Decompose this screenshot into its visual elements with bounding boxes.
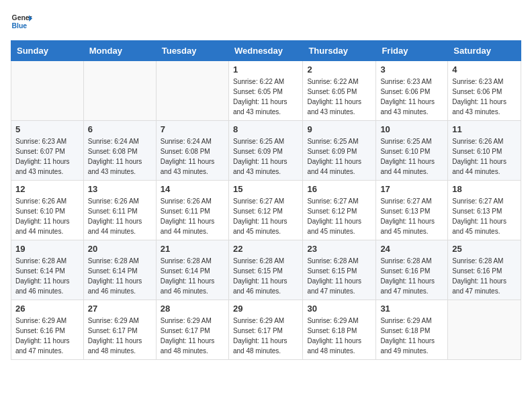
day-info: Sunrise: 6:22 AMSunset: 6:05 PMDaylight:… bbox=[307, 77, 371, 117]
day-number: 23 bbox=[307, 244, 371, 254]
calendar-cell: 14Sunrise: 6:26 AMSunset: 6:11 PMDayligh… bbox=[156, 181, 228, 240]
day-info: Sunrise: 6:27 AMSunset: 6:12 PMDaylight:… bbox=[233, 196, 298, 236]
day-number: 21 bbox=[161, 244, 224, 254]
day-info: Sunrise: 6:24 AMSunset: 6:08 PMDaylight:… bbox=[88, 136, 152, 177]
calendar-week-row: 1Sunrise: 6:22 AMSunset: 6:05 PMDaylight… bbox=[11, 61, 521, 121]
calendar-cell bbox=[83, 61, 156, 121]
header: General Blue bbox=[11, 11, 521, 32]
weekday-header-row: SundayMondayTuesdayWednesdayThursdayFrid… bbox=[11, 41, 521, 61]
day-info: Sunrise: 6:28 AMSunset: 6:15 PMDaylight:… bbox=[233, 256, 298, 296]
day-number: 12 bbox=[15, 184, 79, 194]
day-info: Sunrise: 6:27 AMSunset: 6:13 PMDaylight:… bbox=[380, 196, 443, 236]
day-number: 29 bbox=[233, 304, 298, 314]
day-number: 20 bbox=[88, 244, 152, 254]
day-info: Sunrise: 6:28 AMSunset: 6:14 PMDaylight:… bbox=[88, 256, 152, 296]
day-number: 17 bbox=[380, 184, 443, 194]
day-number: 2 bbox=[307, 64, 371, 75]
weekday-header-monday: Monday bbox=[83, 41, 156, 61]
day-number: 15 bbox=[233, 184, 298, 194]
page-container: General Blue SundayMondayTuesdayWednesda… bbox=[0, 0, 532, 368]
calendar-cell: 2Sunrise: 6:22 AMSunset: 6:05 PMDaylight… bbox=[303, 61, 376, 121]
day-info: Sunrise: 6:29 AMSunset: 6:16 PMDaylight:… bbox=[15, 316, 79, 356]
calendar-week-row: 12Sunrise: 6:26 AMSunset: 6:10 PMDayligh… bbox=[11, 181, 521, 240]
day-info: Sunrise: 6:29 AMSunset: 6:18 PMDaylight:… bbox=[380, 316, 443, 356]
calendar-cell: 23Sunrise: 6:28 AMSunset: 6:15 PMDayligh… bbox=[303, 240, 376, 300]
day-info: Sunrise: 6:23 AMSunset: 6:06 PMDaylight:… bbox=[380, 77, 443, 117]
calendar-cell: 4Sunrise: 6:23 AMSunset: 6:06 PMDaylight… bbox=[448, 61, 521, 121]
weekday-header-tuesday: Tuesday bbox=[156, 41, 228, 61]
day-info: Sunrise: 6:29 AMSunset: 6:17 PMDaylight:… bbox=[88, 316, 152, 356]
calendar-cell: 19Sunrise: 6:28 AMSunset: 6:14 PMDayligh… bbox=[11, 240, 84, 300]
generalblue-logo-icon: General Blue bbox=[11, 11, 32, 32]
day-number: 27 bbox=[88, 304, 152, 314]
day-number: 14 bbox=[161, 184, 224, 194]
calendar-week-row: 26Sunrise: 6:29 AMSunset: 6:16 PMDayligh… bbox=[11, 300, 521, 360]
calendar-cell: 27Sunrise: 6:29 AMSunset: 6:17 PMDayligh… bbox=[83, 300, 156, 360]
day-number: 31 bbox=[380, 304, 443, 314]
calendar-cell: 25Sunrise: 6:28 AMSunset: 6:16 PMDayligh… bbox=[448, 240, 521, 300]
weekday-header-wednesday: Wednesday bbox=[228, 41, 302, 61]
day-info: Sunrise: 6:29 AMSunset: 6:18 PMDaylight:… bbox=[307, 316, 371, 356]
day-info: Sunrise: 6:29 AMSunset: 6:17 PMDaylight:… bbox=[161, 316, 224, 356]
weekday-header-thursday: Thursday bbox=[303, 41, 376, 61]
calendar-cell: 26Sunrise: 6:29 AMSunset: 6:16 PMDayligh… bbox=[11, 300, 84, 360]
calendar-table: SundayMondayTuesdayWednesdayThursdayFrid… bbox=[11, 40, 521, 360]
day-number: 13 bbox=[88, 184, 152, 194]
day-info: Sunrise: 6:22 AMSunset: 6:05 PMDaylight:… bbox=[233, 77, 298, 117]
day-number: 9 bbox=[307, 124, 371, 134]
day-info: Sunrise: 6:27 AMSunset: 6:13 PMDaylight:… bbox=[452, 196, 517, 236]
day-info: Sunrise: 6:26 AMSunset: 6:10 PMDaylight:… bbox=[452, 136, 517, 177]
calendar-cell: 10Sunrise: 6:25 AMSunset: 6:10 PMDayligh… bbox=[376, 121, 448, 181]
day-info: Sunrise: 6:23 AMSunset: 6:07 PMDaylight:… bbox=[15, 136, 79, 177]
calendar-cell: 16Sunrise: 6:27 AMSunset: 6:12 PMDayligh… bbox=[303, 181, 376, 240]
day-info: Sunrise: 6:25 AMSunset: 6:09 PMDaylight:… bbox=[233, 136, 298, 177]
day-number: 8 bbox=[233, 124, 298, 134]
calendar-cell: 12Sunrise: 6:26 AMSunset: 6:10 PMDayligh… bbox=[11, 181, 84, 240]
calendar-cell: 13Sunrise: 6:26 AMSunset: 6:11 PMDayligh… bbox=[83, 181, 156, 240]
day-info: Sunrise: 6:25 AMSunset: 6:09 PMDaylight:… bbox=[307, 136, 371, 177]
svg-text:Blue: Blue bbox=[12, 22, 28, 30]
day-info: Sunrise: 6:28 AMSunset: 6:14 PMDaylight:… bbox=[15, 256, 79, 296]
calendar-cell: 5Sunrise: 6:23 AMSunset: 6:07 PMDaylight… bbox=[11, 121, 84, 181]
calendar-cell bbox=[156, 61, 228, 121]
day-number: 6 bbox=[88, 124, 152, 134]
calendar-cell: 3Sunrise: 6:23 AMSunset: 6:06 PMDaylight… bbox=[376, 61, 448, 121]
day-number: 25 bbox=[452, 244, 517, 254]
day-number: 1 bbox=[233, 64, 298, 75]
calendar-cell: 28Sunrise: 6:29 AMSunset: 6:17 PMDayligh… bbox=[156, 300, 228, 360]
day-info: Sunrise: 6:28 AMSunset: 6:16 PMDaylight:… bbox=[380, 256, 443, 296]
calendar-cell: 30Sunrise: 6:29 AMSunset: 6:18 PMDayligh… bbox=[303, 300, 376, 360]
day-number: 4 bbox=[452, 64, 517, 75]
day-number: 3 bbox=[380, 64, 443, 75]
calendar-cell bbox=[448, 300, 521, 360]
day-info: Sunrise: 6:26 AMSunset: 6:11 PMDaylight:… bbox=[161, 196, 224, 236]
day-info: Sunrise: 6:27 AMSunset: 6:12 PMDaylight:… bbox=[307, 196, 371, 236]
day-number: 5 bbox=[15, 124, 79, 134]
day-info: Sunrise: 6:29 AMSunset: 6:17 PMDaylight:… bbox=[233, 316, 298, 356]
day-number: 28 bbox=[161, 304, 224, 314]
weekday-header-friday: Friday bbox=[376, 41, 448, 61]
day-number: 16 bbox=[307, 184, 371, 194]
calendar-cell: 11Sunrise: 6:26 AMSunset: 6:10 PMDayligh… bbox=[448, 121, 521, 181]
day-info: Sunrise: 6:23 AMSunset: 6:06 PMDaylight:… bbox=[452, 77, 517, 117]
day-number: 11 bbox=[452, 124, 517, 134]
day-number: 7 bbox=[161, 124, 224, 134]
day-number: 19 bbox=[15, 244, 79, 254]
calendar-cell: 9Sunrise: 6:25 AMSunset: 6:09 PMDaylight… bbox=[303, 121, 376, 181]
calendar-cell: 17Sunrise: 6:27 AMSunset: 6:13 PMDayligh… bbox=[376, 181, 448, 240]
calendar-cell: 20Sunrise: 6:28 AMSunset: 6:14 PMDayligh… bbox=[83, 240, 156, 300]
calendar-cell: 24Sunrise: 6:28 AMSunset: 6:16 PMDayligh… bbox=[376, 240, 448, 300]
day-number: 10 bbox=[380, 124, 443, 134]
day-number: 26 bbox=[15, 304, 79, 314]
calendar-week-row: 5Sunrise: 6:23 AMSunset: 6:07 PMDaylight… bbox=[11, 121, 521, 181]
weekday-header-saturday: Saturday bbox=[448, 41, 521, 61]
calendar-cell: 7Sunrise: 6:24 AMSunset: 6:08 PMDaylight… bbox=[156, 121, 228, 181]
calendar-cell bbox=[11, 61, 84, 121]
day-info: Sunrise: 6:25 AMSunset: 6:10 PMDaylight:… bbox=[380, 136, 443, 177]
day-number: 22 bbox=[233, 244, 298, 254]
day-number: 24 bbox=[380, 244, 443, 254]
day-info: Sunrise: 6:26 AMSunset: 6:10 PMDaylight:… bbox=[15, 196, 79, 236]
calendar-cell: 1Sunrise: 6:22 AMSunset: 6:05 PMDaylight… bbox=[228, 61, 302, 121]
calendar-cell: 6Sunrise: 6:24 AMSunset: 6:08 PMDaylight… bbox=[83, 121, 156, 181]
calendar-cell: 31Sunrise: 6:29 AMSunset: 6:18 PMDayligh… bbox=[376, 300, 448, 360]
